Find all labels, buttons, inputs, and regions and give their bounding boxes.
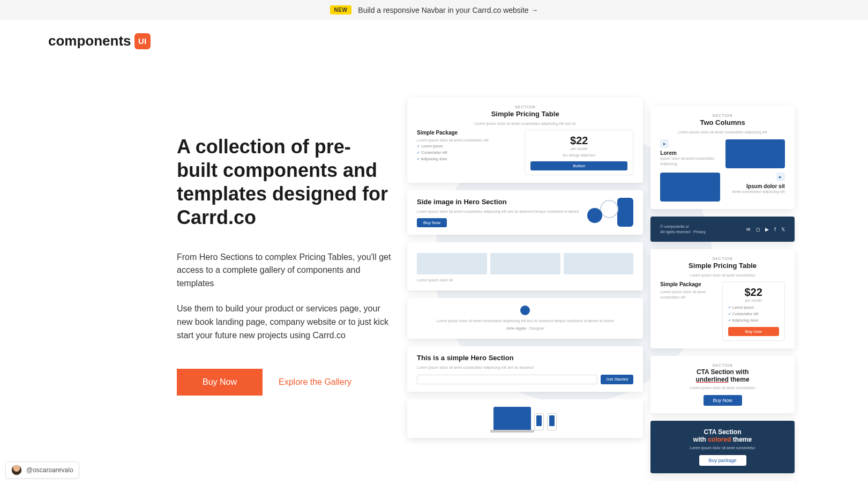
hero-section: A collection of pre-built components and… [0,49,868,484]
explore-gallery-link[interactable]: Explore the Gallery [279,377,351,387]
card-title: This is a simple Hero Section [417,354,633,362]
preview-col-right: SECTION Two Columns Lorem ipsum dolor si… [650,106,794,484]
card-title: Simple Pricing Table [417,110,633,118]
devices-illustration [417,407,633,430]
price-value: $22 [530,135,627,147]
youtube-icon: ▶ [765,227,769,232]
hero-paragraph-1: From Hero Sections to complex Pricing Ta… [177,251,391,291]
cta-subtext: Lorem ipsum dolor sit amet consectetur [660,385,784,391]
twitter-icon: 𝕏 [781,227,785,232]
circle-icon [600,200,618,218]
price-box: $22 per month No strings attached Button [525,130,633,175]
cta-title: CTA Section with underlined theme [660,368,784,383]
card-buy-package: ✓ Buy Package Lorem ipsum dolor sit amet… [650,481,794,484]
feature-item: Lorem ipsum [417,143,514,150]
feature-icon: ▸ [776,173,785,181]
feature-item: Adipiscing dolor [728,317,779,324]
hero-graphic: SECTION Simple Pricing Table Lorem ipsum… [407,92,820,484]
card-subtext: Lorem ipsum dolor sit amet consectetur a… [417,121,633,126]
caption: Lorem ipsum dolor sit [417,278,633,283]
col-title: Lorem [660,150,720,156]
phone-icon [547,413,557,430]
component-preview-grid: SECTION Simple Pricing Table Lorem ipsum… [407,92,820,484]
cta-button: Buy package [699,455,746,466]
profile-name: John Apple · Designer [417,326,633,331]
img-placeholder [417,253,487,274]
attribution-badge[interactable]: @oscaroarevalo [5,461,79,479]
card-simple-hero: This is a simple Hero Section Lorem ipsu… [407,346,643,392]
copyright: © components ui [660,224,706,229]
card-subtext: Lorem ipsum dolor sit amet consectetur a… [417,209,579,214]
img-placeholder [564,253,634,274]
pricing-row: Simple Package Lorem ipsum dolor sit ame… [417,130,633,175]
feature-item: Consectetur elit [728,311,779,317]
feature-item: Adipiscing dolor [417,156,514,162]
card-pricing-table: SECTION Simple Pricing Table Lorem ipsum… [407,98,643,183]
avatar-icon [11,465,22,475]
avatar-icon [520,306,530,315]
two-col-row: ▸ Lorem Ipsum dolor sit amet consectetur… [660,139,784,168]
section-label: SECTION [660,257,784,260]
phone-icon [617,198,633,227]
logo-icon: UI [134,33,151,49]
card-footer-dark: © components ui All rights reserved · Pr… [650,217,794,242]
feature-item: Lorem ipsum [728,304,779,311]
image-row [417,253,633,274]
card-subtext: Lorem ipsum dolor sit amet consectetur a… [660,130,784,135]
device-icon [660,173,720,202]
social-icons: ✉ ◻ ▶ f 𝕏 [746,227,785,232]
package-name: Simple Package [417,130,514,136]
announcement-bar: NEW Build a responsive Navbar in your Ca… [0,0,868,20]
buy-now-button[interactable]: Buy Now [177,369,263,396]
phone-icon [534,413,544,430]
feature-list: Lorem ipsum Consectetur elit Adipiscing … [728,304,779,324]
hero-title: A collection of pre-built components and… [177,135,391,229]
circle-icon [587,208,602,223]
feature-list: Lorem ipsum Consectetur elit Adipiscing … [417,143,514,162]
section-label: SECTION [660,114,784,117]
device-icon [725,139,785,168]
price-button: Buy now [728,327,779,336]
hero-paragraph-2: Use them to build your product or servic… [177,302,391,342]
facebook-icon: f [774,227,776,232]
hero-illustration [585,198,633,228]
card-image-grid: Lorem ipsum dolor sit [407,242,643,291]
price-note: No strings attached [530,153,627,158]
card-profile: Lorem ipsum dolor sit amet consectetur a… [407,298,643,339]
footer-note: All rights reserved · Privacy [660,229,706,235]
mini-button: Buy Now [417,218,447,227]
logo[interactable]: components UI [48,33,151,49]
col-title: Ipsum dolor sit [725,183,785,189]
package-desc: Lorem ipsum dolor sit amet consectetur e… [417,138,514,143]
col-text: Ipsum dolor sit amet consectetur adipisc… [660,156,720,167]
img-placeholder [490,253,560,274]
card-subtext: Lorem ipsum dolor sit amet consectetur a… [417,365,633,370]
header: components UI [0,20,868,49]
pricing-row: Simple Package Lorem ipsum dolor sit ame… [660,281,784,341]
card-title: Two Columns [660,118,784,126]
cta-button: Buy Now [704,395,742,406]
mail-icon: ✉ [746,227,751,232]
hero-buttons: Buy Now Explore the Gallery [177,369,391,396]
input-row: Get Started [417,375,633,384]
card-devices [407,399,643,438]
instagram-icon: ◻ [756,227,760,232]
card-cta-colored: CTA Section with colored theme Lorem ips… [650,421,794,473]
card-title: Simple Pricing Table [660,262,784,270]
announcement-link[interactable]: Build a responsive Navbar in your Carrd.… [358,6,538,14]
new-badge: NEW [330,5,352,14]
col-text: Amet consectetur adipiscing elit [725,189,785,195]
card-title: Side image in Hero Section [417,198,579,206]
cta-subtext: Lorem ipsum dolor sit amet consectetur [660,445,784,451]
laptop-icon [493,407,531,430]
price-period: per month [530,147,627,151]
profile-text: Lorem ipsum dolor sit amet consectetur a… [417,318,633,324]
card-cta-underlined: SECTION CTA Section with underlined them… [650,356,794,413]
logo-text: components [48,33,131,49]
feature-icon: ▸ [660,139,669,148]
feature-item: Consectetur elit [417,150,514,156]
price-period: per month [728,299,779,302]
card-two-columns: SECTION Two Columns Lorem ipsum dolor si… [650,106,794,209]
attribution-handle: @oscaroarevalo [26,466,73,474]
package-desc: Lorem ipsum dolor sit amet consectetur e… [660,289,711,300]
